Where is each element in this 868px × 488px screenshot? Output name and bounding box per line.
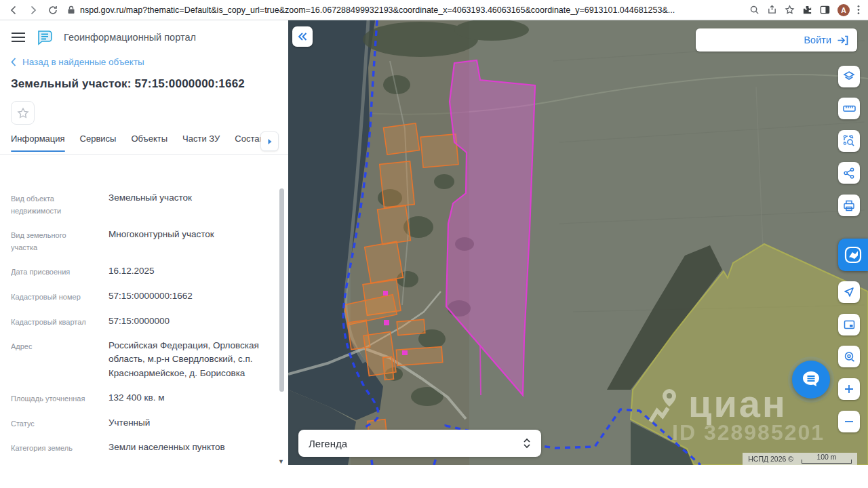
field-row: Вид объекта недвижимости Земельный участ… [11, 191, 263, 217]
info-panel: Геоинформационный портал Назад в найденн… [0, 20, 288, 465]
forward-icon[interactable] [28, 5, 39, 16]
login-label: Войти [804, 35, 831, 45]
field-row: Статус Учтенный [11, 416, 263, 430]
locate-search-icon [844, 351, 855, 363]
tab-parcel-parts[interactable]: Части ЗУ [182, 134, 220, 151]
panel-scrollbar[interactable]: ▼ [279, 164, 285, 465]
active-map-tool-button[interactable] [838, 239, 868, 271]
scroll-down-arrow-icon[interactable]: ▼ [278, 458, 284, 465]
field-row: Вид земельного участка Многоконтурный уч… [11, 228, 263, 253]
scale-bar: 100 m [802, 453, 852, 464]
legend-toggle[interactable]: Легенда [298, 430, 541, 457]
field-row: Площадь уточненная 132 400 кв. м [11, 391, 263, 405]
attribute-list: Вид объекта недвижимости Земельный участ… [11, 191, 263, 465]
area-search-button[interactable] [838, 130, 860, 152]
share-page-icon[interactable] [767, 5, 777, 15]
expand-collapse-icon [523, 438, 531, 449]
measure-button[interactable] [838, 98, 860, 119]
field-row: Дата присвоения 16.12.2025 [11, 264, 263, 279]
portal-title: Геоинформационный портал [64, 32, 196, 43]
url-text: nspd.gov.ru/map?thematic=Default&is_copy… [80, 5, 675, 15]
favorite-button[interactable] [11, 101, 35, 125]
ruler-icon [843, 104, 856, 113]
zoom-in-icon [844, 384, 854, 394]
layers-button[interactable] [838, 66, 860, 87]
scrollbar-thumb[interactable] [279, 188, 284, 392]
attribution-text: НСПД 2026 © [748, 455, 793, 463]
page-title: Земельный участок: 57:15:0000000:1662 [11, 77, 277, 91]
double-chevron-left-icon [298, 33, 307, 41]
zoom-in-button[interactable] [838, 378, 860, 400]
tab-services[interactable]: Сервисы [80, 134, 117, 151]
tabs-overflow-button[interactable] [260, 131, 279, 151]
zoom-out-icon [844, 416, 854, 427]
tab-composition[interactable]: Состав [235, 134, 264, 151]
layers-icon [843, 70, 855, 83]
map-viewport: циан ID 328985201 Войти [288, 20, 868, 465]
portal-logo-icon [36, 29, 54, 45]
my-location-button[interactable] [838, 281, 860, 303]
minimap-button[interactable] [838, 314, 860, 336]
tab-objects[interactable]: Объекты [131, 134, 167, 151]
browser-toolbar: nspd.gov.ru/map?thematic=Default&is_copy… [0, 0, 868, 20]
attribution-bar: НСПД 2026 © 100 m [743, 453, 857, 465]
chevron-left-icon [11, 58, 16, 66]
back-link-label: Назад в найденные объекты [22, 57, 144, 67]
panel-collapse-button[interactable] [292, 26, 313, 47]
print-icon [843, 200, 855, 211]
satellite-map[interactable] [288, 20, 868, 465]
scale-line [802, 460, 852, 464]
back-to-results-link[interactable]: Назад в найденные объекты [11, 57, 277, 67]
tab-information[interactable]: Информация [11, 134, 65, 151]
portal-header: Геоинформационный портал [0, 20, 288, 45]
address-bar[interactable]: nspd.gov.ru/map?thematic=Default&is_copy… [67, 5, 741, 15]
menu-kebab-icon[interactable] [857, 5, 860, 15]
side-panel-icon[interactable] [820, 5, 830, 15]
field-row: Категория земель Земли населенных пункто… [11, 441, 263, 455]
locate-search-button[interactable] [838, 346, 860, 367]
reload-icon[interactable] [47, 5, 58, 16]
area-search-icon [843, 135, 855, 147]
zoom-indicator-icon[interactable] [749, 5, 760, 15]
map-tool-icon [844, 246, 862, 264]
tab-bar: Информация Сервисы Объекты Части ЗУ Сост… [0, 134, 288, 155]
field-row: Адрес Российская Федерация, Орловская об… [11, 339, 263, 380]
share-icon [844, 167, 854, 179]
star-icon [17, 107, 29, 119]
extensions-puzzle-icon[interactable] [802, 5, 812, 15]
share-button[interactable] [838, 162, 860, 184]
lock-icon [67, 5, 75, 14]
back-icon[interactable] [8, 5, 19, 16]
minimap-icon [844, 320, 855, 329]
login-button[interactable]: Войти [696, 28, 857, 52]
zoom-out-button[interactable] [838, 411, 860, 432]
avatar[interactable]: A [837, 4, 850, 16]
navigate-icon [844, 287, 854, 298]
chevron-right-icon [267, 138, 273, 145]
login-icon [837, 35, 848, 45]
bookmark-star-icon[interactable] [785, 5, 795, 15]
field-row: Кадастровый квартал 57:15:0000000 [11, 314, 263, 329]
chat-icon [801, 370, 821, 389]
field-row: Кадастровый номер 57:15:0000000:1662 [11, 289, 263, 304]
print-button[interactable] [838, 195, 860, 216]
chat-button[interactable] [792, 361, 830, 399]
legend-label: Легенда [309, 438, 347, 449]
hamburger-menu-icon[interactable] [11, 32, 26, 43]
